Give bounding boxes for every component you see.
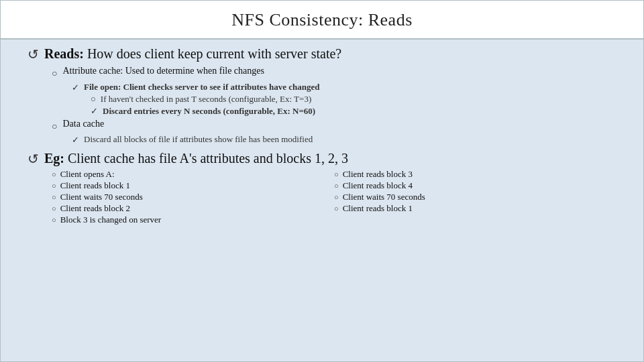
if-havent-section: ○ If haven't checked in past T seconds (…	[91, 94, 616, 105]
discard-entries-section: ✓ Discard entries every N seconds (confi…	[91, 106, 616, 117]
eg-list-col-right: ○ Client reads block 3 ○ Client reads bl…	[334, 169, 616, 225]
eg-item-2-text: Client waits 70 seconds	[60, 192, 143, 202]
eg-item-6: ○ Client reads block 4	[334, 180, 616, 191]
eg-item-7-icon: ○	[334, 193, 339, 201]
discard-entries-text: Discard entries every N seconds (configu…	[103, 106, 315, 117]
eg-item-2: ○ Client waits 70 seconds	[52, 192, 334, 202]
eg-item-4-text: Block 3 is changed on server	[60, 215, 162, 225]
eg-item-1-icon: ○	[52, 182, 56, 190]
eg-item-8: ○ Client reads block 1	[334, 203, 616, 214]
eg-item-5-text: Client reads block 3	[343, 169, 413, 180]
reads-text: Reads: How does client keep current with…	[44, 46, 341, 62]
eg-item-5-icon: ○	[334, 170, 339, 178]
discard-blocks-icon: ✓	[72, 135, 79, 145]
eg-item-6-icon: ○	[334, 182, 339, 190]
eg-item-2-icon: ○	[52, 193, 56, 201]
eg-subtitle: Client cache has file A's attributes and…	[64, 151, 348, 166]
attr-cache-text: Attribute cache: Used to determine when …	[62, 66, 264, 76]
slide-body: ↺ Reads: How does client keep current wi…	[1, 40, 643, 361]
eg-item-5: ○ Client reads block 3	[334, 169, 616, 180]
discard-blocks-section: ✓ Discard all blocks of file if attribut…	[72, 134, 616, 145]
eg-bullet-icon: ↺	[28, 152, 39, 166]
eg-item-3-icon: ○	[52, 204, 56, 213]
data-cache-text: Data cache	[62, 119, 104, 129]
file-open-icon: ✓	[72, 82, 79, 93]
bullet-data-cache: ○ Data cache	[52, 119, 616, 133]
attr-cache-icon: ○	[52, 67, 57, 80]
eg-item-3: ○ Client reads block 2	[52, 203, 334, 214]
reads-label: Reads:	[44, 46, 84, 61]
eg-item-6-text: Client reads block 4	[343, 180, 413, 191]
eg-item-7: ○ Client waits 70 seconds	[334, 192, 616, 202]
file-open-section: ✓ File open: Client checks server to see…	[72, 82, 616, 117]
eg-item-4: ○ Block 3 is changed on server	[52, 215, 334, 225]
reads-bullet-icon: ↺	[28, 48, 39, 61]
slide-header: NFS Consistency: Reads	[1, 1, 643, 40]
data-cache-icon: ○	[52, 120, 57, 133]
eg-item-8-text: Client reads block 1	[343, 203, 413, 214]
eg-item-0-icon: ○	[52, 170, 56, 178]
eg-item-4-icon: ○	[52, 216, 56, 224]
discard-blocks-text: Discard all blocks of file if attributes…	[84, 134, 313, 145]
eg-list-col-left: ○ Client opens A: ○ Client reads block 1…	[52, 169, 334, 225]
eg-label: Eg:	[44, 151, 64, 166]
eg-item-1-text: Client reads block 1	[60, 180, 130, 191]
eg-item-0: ○ Client opens A:	[52, 169, 334, 180]
eg-item-0-text: Client opens A:	[60, 169, 115, 180]
bullet-reads: ↺ Reads: How does client keep current wi…	[28, 46, 616, 62]
bullet-discard-entries: ✓ Discard entries every N seconds (confi…	[91, 106, 616, 117]
reads-subtitle: How does client keep current with server…	[84, 46, 341, 61]
eg-item-1: ○ Client reads block 1	[52, 180, 334, 191]
if-havent-text: If haven't checked in past T seconds (co…	[101, 94, 311, 105]
eg-item-7-text: Client waits 70 seconds	[343, 192, 425, 202]
slide-title: NFS Consistency: Reads	[28, 10, 616, 30]
attr-cache-section: ○ Attribute cache: Used to determine whe…	[52, 66, 616, 145]
bullet-if-havent: ○ If haven't checked in past T seconds (…	[91, 94, 616, 105]
eg-item-3-text: Client reads block 2	[60, 203, 130, 214]
eg-item-8-icon: ○	[334, 204, 339, 213]
bullet-file-open: ✓ File open: Client checks server to see…	[72, 82, 616, 93]
slide: NFS Consistency: Reads ↺ Reads: How does…	[0, 0, 644, 362]
file-open-text: File open: Client checks server to see i…	[84, 82, 319, 93]
bullet-eg: ↺ Eg: Client cache has file A's attribut…	[28, 151, 616, 166]
bullet-discard-blocks: ✓ Discard all blocks of file if attribut…	[72, 134, 616, 145]
eg-text: Eg: Client cache has file A's attributes…	[44, 151, 348, 166]
eg-list: ○ Client opens A: ○ Client reads block 1…	[52, 169, 616, 225]
if-havent-icon: ○	[91, 94, 96, 105]
bullet-attr-cache: ○ Attribute cache: Used to determine whe…	[52, 66, 616, 80]
discard-entries-icon: ✓	[91, 106, 98, 117]
